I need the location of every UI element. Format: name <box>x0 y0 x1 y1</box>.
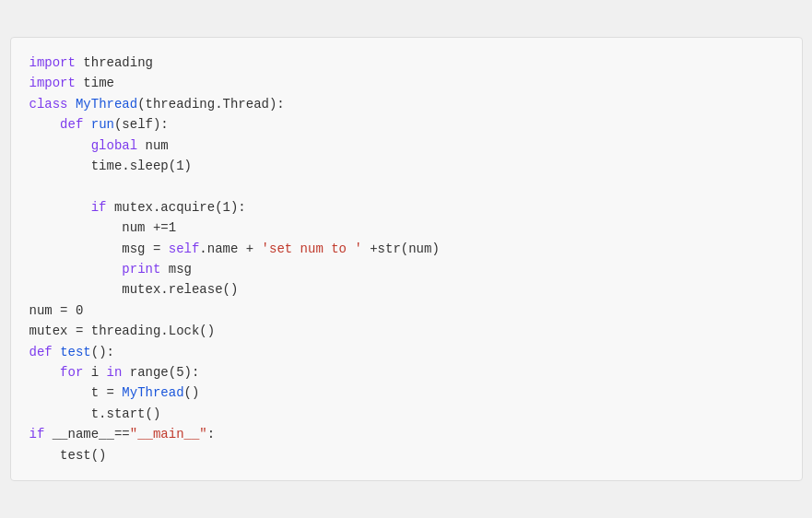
code-line-12: mutex.release() <box>29 279 783 300</box>
code-line-15: def test(): <box>29 342 783 362</box>
code-line-17: t = MyThread() <box>29 383 783 403</box>
code-line-14: mutex = threading.Lock() <box>29 321 783 341</box>
code-line-13: num = 0 <box>29 300 783 321</box>
code-line-16: for i in range(5): <box>29 362 783 383</box>
code-line-18: t.start() <box>29 404 783 424</box>
code-line-6: time.sleep(1) <box>29 156 783 176</box>
code-line-4: def run(self): <box>29 114 783 135</box>
code-line-8: if mutex.acquire(1): <box>29 197 783 218</box>
code-line-11: print msg <box>29 259 783 279</box>
code-line-1: import threading <box>29 53 783 73</box>
code-line-3: class MyThread(threading.Thread): <box>29 94 783 114</box>
code-line-20: test() <box>29 445 783 465</box>
code-editor: import threading import time class MyThr… <box>10 37 803 481</box>
code-line-5: global num <box>29 135 783 156</box>
code-line-19: if __name__=="__main__": <box>29 424 783 444</box>
code-line-9: num +=1 <box>29 218 783 238</box>
code-line-10: msg = self.name + 'set num to ' +str(num… <box>29 239 783 259</box>
code-line-2: import time <box>29 73 783 93</box>
code-line-empty <box>29 176 783 196</box>
